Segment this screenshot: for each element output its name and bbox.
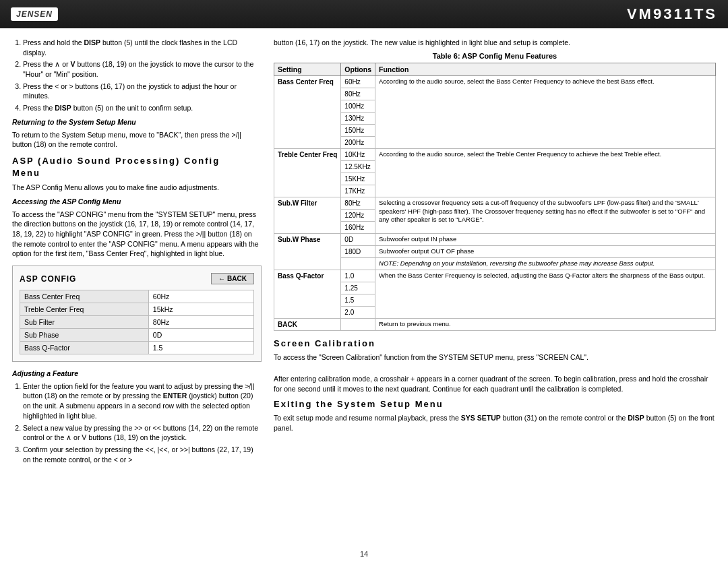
- option-150hz: 150Hz: [341, 124, 375, 136]
- function-subw-phase-0d: Subwoofer output IN phase: [375, 233, 716, 245]
- table-row: Treble Center Freq 10KHz According to th…: [274, 148, 716, 160]
- function-subw-phase-180d: Subwoofer output OUT OF phase: [375, 245, 716, 257]
- asp-row-label: Sub Phase: [20, 329, 149, 342]
- table-row: Sub.W Filter 80Hz Selecting a crossover …: [274, 197, 716, 209]
- asp-row-value: 60Hz: [148, 290, 253, 303]
- option-60hz: 60Hz: [341, 75, 375, 88]
- screen-cal-p1: To access the "Screen Calibration" funct…: [274, 352, 716, 363]
- function-subw-filter: Selecting a crossover frequency sets a c…: [375, 197, 716, 233]
- table-row: Treble Center Freq 15kHz: [20, 303, 254, 316]
- right-column: button (16, 17) on the joystick. The new…: [274, 38, 716, 536]
- option-10khz: 10KHz: [341, 148, 375, 160]
- table-row: Bass Q-Factor 1.0 When the Bass Center F…: [274, 270, 716, 282]
- setting-subw-filter: Sub.W Filter: [274, 197, 341, 233]
- option-120hz: 120Hz: [341, 209, 375, 221]
- function-bass-q: When the Bass Center Frequency is select…: [375, 270, 716, 318]
- asp-row-value: 1.5: [148, 342, 253, 354]
- asp-desc: The ASP Config Menu allows you to make f…: [12, 183, 262, 193]
- function-back: Return to previous menu.: [375, 318, 716, 330]
- list-item: Select a new value by pressing the >> or…: [23, 423, 262, 443]
- option-back-empty: [341, 318, 375, 330]
- list-item: Press the DISP button (5) on the unit to…: [23, 103, 262, 113]
- setting-back: BACK: [274, 318, 341, 330]
- brand-logo: JENSEN: [11, 7, 58, 21]
- table-row: Bass Center Freq 60Hz According to the a…: [274, 75, 716, 88]
- option-100hz: 100Hz: [341, 100, 375, 112]
- asp-row-label: Bass Q-Factor: [20, 342, 149, 354]
- returning-text: To return to the System Setup menu, move…: [12, 130, 262, 150]
- main-content: Press and hold the DISP button (5) until…: [0, 28, 728, 546]
- col-setting: Setting: [274, 63, 341, 75]
- function-subw-phase-note: NOTE: Depending on your installation, re…: [375, 257, 716, 270]
- accessing-heading: Accessing the ASP Config Menu: [12, 197, 262, 207]
- exit-p1: To exit setup mode and resume normal pla…: [274, 413, 716, 433]
- table-header-row: Setting Options Function: [274, 63, 716, 75]
- screen-cal-heading: Screen Calibration: [274, 338, 716, 350]
- adjusting-heading: Adjusting a Feature: [12, 369, 262, 379]
- config-menu-table: Table 6: ASP Config Menu Features Settin…: [274, 52, 716, 331]
- accessing-text: To access the "ASP CONFIG" menu from the…: [12, 210, 262, 259]
- back-button-label: BACK: [227, 275, 247, 282]
- option-1-0: 1.0: [341, 270, 375, 282]
- col-function: Function: [375, 63, 716, 75]
- setting-bass-center: Bass Center Freq: [274, 75, 341, 148]
- button-desc: button (16, 17) on the joystick. The new…: [274, 38, 716, 48]
- option-0d: 0D: [341, 233, 375, 245]
- setting-bass-q: Bass Q-Factor: [274, 270, 341, 318]
- table-caption: Table 6: ASP Config Menu Features: [274, 52, 716, 60]
- asp-config-header: ASP CONFIG ← BACK: [20, 273, 254, 284]
- list-item: Confirm your selection by pressing the <…: [23, 445, 262, 464]
- option-80hz: 80Hz: [341, 88, 375, 100]
- list-item: Enter the option field for the feature y…: [23, 381, 262, 421]
- list-item: Press the ∧ or V buttons (18, 19) on the…: [23, 59, 262, 79]
- header: JENSEN VM9311TS: [0, 0, 728, 28]
- table-row: Bass Center Freq 60Hz: [20, 290, 254, 303]
- table-row: Sub.W Phase 0D Subwoofer output IN phase: [274, 233, 716, 245]
- model-title: VM9311TS: [627, 5, 717, 23]
- option-130hz: 130Hz: [341, 112, 375, 124]
- table-row: BACK Return to previous menu.: [274, 318, 716, 330]
- option-200hz: 200Hz: [341, 136, 375, 148]
- left-column: Press and hold the DISP button (5) until…: [12, 38, 262, 536]
- returning-heading: Returning to the System Setup Menu: [12, 117, 262, 127]
- option-15khz: 15KHz: [341, 173, 375, 185]
- option-12-5khz: 12.5KHz: [341, 160, 375, 173]
- adjusting-list: Enter the option field for the feature y…: [12, 381, 262, 465]
- back-button[interactable]: ← BACK: [211, 273, 254, 284]
- asp-config-table: Bass Center Freq 60Hz Treble Center Freq…: [20, 290, 254, 354]
- table-row: Sub Filter 80Hz: [20, 316, 254, 329]
- table-row: Bass Q-Factor 1.5: [20, 342, 254, 354]
- intro-list: Press and hold the DISP button (5) until…: [12, 38, 262, 113]
- back-arrow-icon: ←: [218, 275, 225, 282]
- screen-cal-p2: After entering calibration mode, a cross…: [274, 374, 716, 394]
- table-row: Sub Phase 0D: [20, 329, 254, 342]
- option-17khz: 17KHz: [341, 185, 375, 197]
- asp-row-value: 0D: [148, 329, 253, 342]
- col-options: Options: [341, 63, 375, 75]
- asp-row-value: 15kHz: [148, 303, 253, 316]
- option-160hz: 160Hz: [341, 221, 375, 233]
- option-phase-empty: [341, 257, 375, 270]
- exit-heading: Exiting the System Setup Menu: [274, 398, 716, 410]
- asp-row-label: Treble Center Freq: [20, 303, 149, 316]
- option-180d: 180D: [341, 245, 375, 257]
- setting-treble-center: Treble Center Freq: [274, 148, 341, 197]
- list-item: Press the < or > buttons (16, 17) on the…: [23, 82, 262, 101]
- asp-row-label: Sub Filter: [20, 316, 149, 329]
- page-number: 14: [360, 550, 368, 558]
- asp-config-box: ASP CONFIG ← BACK Bass Center Freq 60Hz …: [12, 266, 262, 362]
- asp-row-value: 80Hz: [148, 316, 253, 329]
- function-treble-center: According to the audio source, select th…: [375, 148, 716, 197]
- option-1-25: 1.25: [341, 282, 375, 294]
- asp-config-title: ASP CONFIG: [20, 274, 76, 284]
- option-2-0: 2.0: [341, 306, 375, 318]
- asp-heading: ASP (Audio Sound Processing) ConfigMenu: [12, 155, 262, 179]
- list-item: Press and hold the DISP button (5) until…: [23, 38, 262, 57]
- footer: 14: [0, 546, 728, 562]
- asp-row-label: Bass Center Freq: [20, 290, 149, 303]
- setting-subw-phase: Sub.W Phase: [274, 233, 341, 270]
- option-80hz-filter: 80Hz: [341, 197, 375, 209]
- function-bass-center: According to the audio source, select th…: [375, 75, 716, 148]
- option-1-5: 1.5: [341, 294, 375, 306]
